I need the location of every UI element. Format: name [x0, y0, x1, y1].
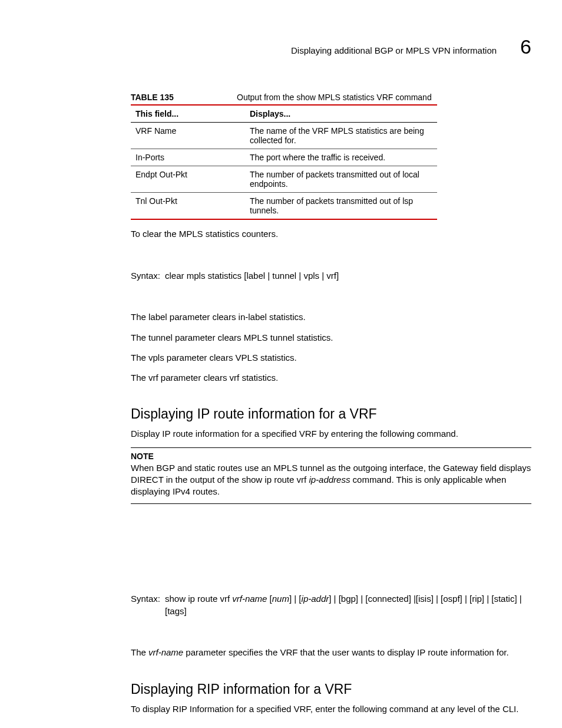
rip-intro: To display RIP Information for a specifi… [131, 703, 531, 715]
running-title: Displaying additional BGP or MPLS VPN in… [291, 45, 497, 55]
syntax-ipaddr: ip-addr [302, 594, 329, 604]
clear-intro: To clear the MPLS statistics counters. [131, 228, 531, 240]
clear-syntax: Syntax: clear mpls statistics [label | t… [131, 269, 531, 282]
note-block: NOTE When BGP and static routes use an M… [131, 447, 531, 505]
syntax-body: show ip route vrf vrf-name [num] | [ip-a… [165, 592, 531, 617]
param-vrf: The vrf parameter clears vrf statistics. [131, 372, 531, 384]
col-head-field: This field... [131, 106, 245, 123]
cell-field: In-Ports [131, 149, 245, 166]
section-heading-rip: Displaying RIP information for a VRF [131, 681, 531, 697]
syntax-body: clear mpls statistics [label | tunnel | … [165, 269, 531, 282]
table-row: Tnl Out-Pkt The number of packets transm… [131, 193, 437, 220]
col-head-displays: Displays... [245, 106, 437, 123]
cell-desc: The port where the traffic is received. [245, 149, 437, 166]
vrf-param-post: parameter specifies the VRF that the use… [183, 647, 509, 657]
syntax-num: num [272, 594, 289, 604]
table-title: Output from the show MPLS statistics VRF… [237, 93, 432, 102]
table-row: In-Ports The port where the traffic is r… [131, 149, 437, 166]
show-syntax: Syntax: show ip route vrf vrf-name [num]… [131, 592, 531, 617]
section-heading-iproute: Displaying IP route information for a VR… [131, 406, 531, 422]
cell-desc: The number of packets transmitted out of… [245, 193, 437, 220]
param-tunnel: The tunnel parameter clears MPLS tunnel … [131, 332, 531, 344]
syntax-vrfname: vrf-name [232, 594, 267, 604]
note-body: When BGP and static routes use an MPLS t… [131, 463, 531, 497]
vrf-param-sentence: The vrf-name parameter specifies the VRF… [131, 647, 531, 658]
running-header: Displaying additional BGP or MPLS VPN in… [131, 35, 531, 58]
table-number: TABLE 135 [131, 93, 237, 102]
vrf-param-ital: vrf-name [148, 647, 183, 657]
cell-field: Endpt Out-Pkt [131, 166, 245, 193]
table-caption: TABLE 135 Output from the show MPLS stat… [131, 93, 437, 106]
param-label: The label parameter clears in-label stat… [131, 311, 531, 323]
syntax-label: Syntax: [131, 269, 160, 282]
table-135: TABLE 135 Output from the show MPLS stat… [131, 93, 437, 220]
page-content: Displaying additional BGP or MPLS VPN in… [131, 35, 531, 715]
fields-table: This field... Displays... VRF Name The n… [131, 106, 437, 220]
table-header-row: This field... Displays... [131, 106, 437, 123]
cell-field: VRF Name [131, 123, 245, 149]
cell-desc: The name of the VRF MPLS statistics are … [245, 123, 437, 149]
syntax-prefix: show ip route vrf [165, 594, 232, 604]
param-vpls: The vpls parameter clears VPLS statistic… [131, 352, 531, 364]
note-italic: ip-address [309, 475, 350, 485]
syntax-after-vrf: [ [267, 594, 272, 604]
note-label: NOTE [131, 452, 531, 461]
cell-field: Tnl Out-Pkt [131, 193, 245, 220]
vrf-param-pre: The [131, 647, 148, 657]
table-row: VRF Name The name of the VRF MPLS statis… [131, 123, 437, 149]
cell-desc: The number of packets transmitted out of… [245, 166, 437, 193]
iproute-intro: Display IP route information for a speci… [131, 428, 531, 440]
syntax-label: Syntax: [131, 592, 160, 617]
table-row: Endpt Out-Pkt The number of packets tran… [131, 166, 437, 193]
chapter-number: 6 [520, 35, 531, 58]
syntax-mid1: ] | [ [289, 594, 302, 604]
